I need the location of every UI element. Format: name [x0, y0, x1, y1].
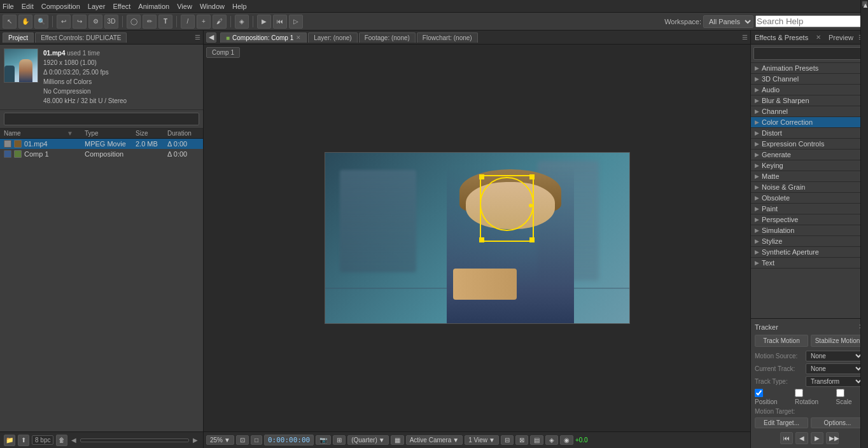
tool-paint[interactable]: 🖌	[213, 15, 227, 29]
effects-presets-close[interactable]: ✕	[816, 34, 821, 41]
effect-color-correction[interactable]: ▶ Color Correction	[751, 117, 868, 128]
tab-project[interactable]: Project	[3, 32, 34, 43]
viewer-tab-arrow[interactable]: ◀	[206, 32, 216, 43]
tool-settings[interactable]: ⚙	[88, 15, 102, 29]
motion-source-select[interactable]: None	[806, 351, 864, 361]
extra-btn3[interactable]: ▤	[530, 435, 543, 445]
comp-tab-close[interactable]: ✕	[296, 34, 301, 41]
import-btn[interactable]: ⬆	[18, 435, 29, 446]
tool-brush[interactable]: ✏	[143, 15, 157, 29]
effect-stylize[interactable]: ▶ Stylize	[751, 236, 868, 247]
menu-help[interactable]: Help	[232, 3, 247, 10]
tool-arrow[interactable]: ↖	[3, 15, 17, 29]
trash-btn[interactable]: 🗑	[56, 435, 67, 446]
tool-text[interactable]: T	[158, 15, 172, 29]
preview-tab[interactable]: Preview	[829, 34, 853, 41]
menu-layer[interactable]: Layer	[88, 3, 106, 10]
grid-btn[interactable]: ⊞	[333, 435, 346, 445]
rotation-checkbox[interactable]	[795, 389, 803, 397]
tab-composition[interactable]: ■ Composition: Comp 1 ✕	[220, 32, 307, 43]
extra-btn4[interactable]: ◈	[545, 435, 558, 445]
extra-btn2[interactable]: ⊠	[515, 435, 528, 445]
scale-checkbox[interactable]	[836, 389, 844, 397]
tool-play[interactable]: ▶	[257, 15, 271, 29]
track-next-btn[interactable]: ▶▶	[826, 432, 839, 444]
comp-tab[interactable]: Comp 1	[206, 47, 240, 58]
left-panel-menu-icon[interactable]: ☰	[195, 34, 200, 41]
search-help-input[interactable]	[755, 15, 865, 27]
tool-undo[interactable]: ↩	[57, 15, 71, 29]
transparency-btn[interactable]: ▦	[391, 435, 404, 445]
menu-view[interactable]: View	[177, 3, 192, 10]
effect-keying[interactable]: ▶ Keying	[751, 160, 868, 171]
tool-hand[interactable]: ✋	[18, 15, 32, 29]
effect-text[interactable]: ▶ Text	[751, 258, 868, 269]
effect-blur-sharpen[interactable]: ▶ Blur & Sharpen	[751, 95, 868, 106]
effect-obsolete[interactable]: ▶ Obsolete	[751, 193, 868, 204]
tool-redo[interactable]: ↪	[73, 15, 87, 29]
effect-3d-channel[interactable]: ▶ 3D Channel	[751, 74, 868, 85]
viewer-menu-icon[interactable]: ☰	[742, 34, 748, 41]
panel-expand-right[interactable]: ▶	[192, 437, 199, 444]
project-search-input[interactable]	[4, 113, 199, 125]
rotation-checkbox-label[interactable]: Rotation	[795, 389, 831, 405]
tool-add[interactable]: +	[197, 15, 211, 29]
tool-zoom[interactable]: 🔍	[34, 15, 48, 29]
stabilize-motion-btn[interactable]: Stabilize Motion	[811, 335, 864, 347]
effect-simulation[interactable]: ▶ Simulation	[751, 225, 868, 236]
position-checkbox[interactable]	[755, 389, 763, 397]
frame-btn[interactable]: □	[251, 435, 262, 445]
fit-btn[interactable]: ⊡	[236, 435, 249, 445]
effect-paint[interactable]: ▶ Paint	[751, 204, 868, 214]
effect-perspective[interactable]: ▶ Perspective	[751, 214, 868, 225]
tab-flowchart[interactable]: Flowchart: (none)	[417, 32, 478, 43]
menu-effect[interactable]: Effect	[113, 3, 130, 10]
tool-shape-ellipse[interactable]: ◯	[127, 15, 141, 29]
tool-ram[interactable]: ▷	[289, 15, 303, 29]
track-prev-btn[interactable]: ◀	[795, 432, 808, 444]
menu-animation[interactable]: Animation	[138, 3, 169, 10]
camera-view-control[interactable]: Active Camera ▼	[406, 435, 463, 445]
track-motion-btn[interactable]: Track Motion	[755, 335, 808, 347]
options-btn[interactable]: Options...	[811, 417, 864, 428]
quality-control[interactable]: (Quarter) ▼	[347, 435, 388, 445]
effect-expression-controls[interactable]: ▶ Expression Controls	[751, 139, 868, 150]
project-item-comp1[interactable]: Comp 1 Composition Δ 0:00	[0, 149, 203, 159]
menu-file[interactable]: File	[3, 3, 14, 10]
tab-footage[interactable]: Footage: (none)	[359, 32, 416, 43]
menu-window[interactable]: Window	[200, 3, 225, 10]
track-type-select[interactable]: Transform	[806, 376, 864, 387]
tab-layer[interactable]: Layer: (none)	[308, 32, 357, 43]
tool-pen[interactable]: /	[181, 15, 195, 29]
effects-search-input[interactable]	[753, 47, 865, 60]
tab-effect-controls[interactable]: Effect Controls: DUPLICATE	[35, 32, 127, 43]
panel-expand-left[interactable]: ◀	[70, 437, 78, 444]
extra-btn5[interactable]: ◉	[560, 435, 573, 445]
effect-animation-presets[interactable]: ▶ Animation Presets	[751, 63, 868, 74]
menu-composition[interactable]: Composition	[41, 3, 80, 10]
effect-audio[interactable]: ▶ Audio	[751, 85, 868, 95]
timecode-display[interactable]: 0:00:00:00	[264, 435, 314, 445]
track-first-btn[interactable]: ⏮	[780, 432, 793, 444]
position-checkbox-label[interactable]: Position	[755, 389, 790, 405]
views-control[interactable]: 1 View ▼	[465, 435, 499, 445]
effect-generate[interactable]: ▶ Generate	[751, 150, 868, 160]
effect-distort[interactable]: ▶ Distort	[751, 128, 868, 139]
tool-3d[interactable]: 3D	[104, 15, 118, 29]
track-play-btn[interactable]: ▶	[811, 432, 823, 444]
extra-btn1[interactable]: ⊟	[501, 435, 514, 445]
effect-synthetic-aperture[interactable]: ▶ Synthetic Aperture	[751, 247, 868, 258]
workspace-select[interactable]: All Panels	[703, 15, 753, 28]
camera-btn[interactable]: 📷	[316, 435, 331, 445]
zoom-control[interactable]: 25% ▼	[206, 435, 234, 445]
tool-extra1[interactable]: ◈	[235, 15, 249, 29]
current-track-select[interactable]: None	[806, 363, 864, 374]
effect-channel[interactable]: ▶ Channel	[751, 106, 868, 117]
mini-scrollbar[interactable]	[80, 438, 189, 442]
menu-edit[interactable]: Edit	[22, 3, 34, 10]
tool-stop[interactable]: ⏮	[273, 15, 287, 29]
project-item-mp4[interactable]: 01.mp4 MPEG Movie 2.0 MB Δ 0:00	[0, 139, 203, 149]
new-folder-btn[interactable]: 📁	[4, 435, 15, 446]
effect-noise-grain[interactable]: ▶ Noise & Grain	[751, 182, 868, 193]
effect-matte[interactable]: ▶ Matte	[751, 171, 868, 182]
